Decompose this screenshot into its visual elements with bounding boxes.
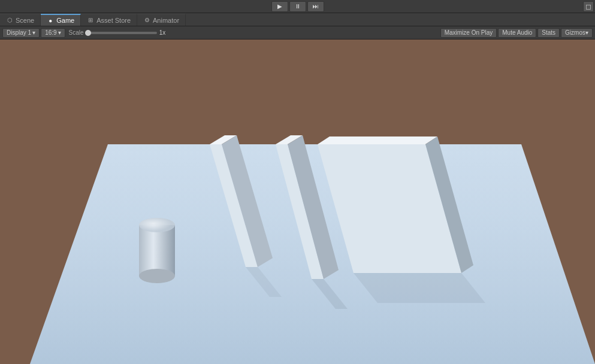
top-toolbar: ▶ ⏸ ⏭ ◻ xyxy=(0,0,595,13)
svg-rect-13 xyxy=(139,225,175,276)
gizmos-button[interactable]: Gizmos ▾ xyxy=(561,28,593,38)
game-tab-icon: ● xyxy=(47,17,54,24)
scale-slider-thumb xyxy=(85,30,91,36)
top-right-button[interactable]: ◻ xyxy=(583,1,594,12)
scale-value: 1x xyxy=(159,29,166,36)
asset-store-tab-label: Asset Store xyxy=(96,17,131,24)
tab-game[interactable]: ● Game xyxy=(41,14,81,26)
display-dropdown[interactable]: Display 1 ▾ xyxy=(2,28,40,38)
playback-controls: ▶ ⏸ ⏭ xyxy=(271,1,324,12)
tab-asset-store[interactable]: ⊞ Asset Store xyxy=(81,14,137,26)
svg-point-14 xyxy=(139,269,175,283)
aspect-label: 16:9 xyxy=(45,29,56,36)
scene-svg xyxy=(0,40,595,364)
mute-audio-button[interactable]: Mute Audio xyxy=(498,28,536,38)
animator-tab-label: Animator xyxy=(153,17,179,24)
gizmos-chevron-icon: ▾ xyxy=(585,29,588,36)
pause-button[interactable]: ⏸ xyxy=(289,1,306,12)
scene-tab-label: Scene xyxy=(16,17,34,24)
tab-bar: ⬡ Scene ● Game ⊞ Asset Store ⚙ Animator xyxy=(0,13,595,26)
step-icon: ⏭ xyxy=(313,3,319,10)
options-left: Display 1 ▾ 16:9 ▾ Scale 1x xyxy=(2,28,438,38)
tab-animator[interactable]: ⚙ Animator xyxy=(137,14,186,26)
scale-slider[interactable] xyxy=(85,32,157,34)
display-label: Display 1 xyxy=(7,29,31,36)
gizmos-label: Gizmos xyxy=(565,29,585,36)
maximize-on-play-button[interactable]: Maximize On Play xyxy=(440,28,497,38)
aspect-chevron-icon: ▾ xyxy=(58,29,61,36)
aspect-dropdown[interactable]: 16:9 ▾ xyxy=(41,28,65,38)
svg-marker-10 xyxy=(318,136,437,144)
options-bar: Display 1 ▾ 16:9 ▾ Scale 1x Maximize On … xyxy=(0,26,595,40)
step-button[interactable]: ⏭ xyxy=(307,1,324,12)
display-chevron-icon: ▾ xyxy=(32,29,35,36)
play-button[interactable]: ▶ xyxy=(271,1,288,12)
scale-label: Scale xyxy=(69,29,84,36)
scale-slider-wrap: 1x xyxy=(85,29,166,36)
maximize-on-play-label: Maximize On Play xyxy=(445,29,493,36)
options-right: Maximize On Play Mute Audio Stats Gizmos… xyxy=(440,28,593,38)
pause-icon: ⏸ xyxy=(295,3,301,10)
stats-button[interactable]: Stats xyxy=(537,28,560,38)
play-icon: ▶ xyxy=(277,3,282,10)
tab-scene[interactable]: ⬡ Scene xyxy=(0,14,41,26)
stats-label: Stats xyxy=(542,29,555,36)
corner-icon: ◻ xyxy=(585,2,591,11)
scene-tab-icon: ⬡ xyxy=(6,17,13,24)
asset-store-tab-icon: ⊞ xyxy=(87,17,94,24)
mute-audio-label: Mute Audio xyxy=(502,29,532,36)
game-tab-label: Game xyxy=(56,17,74,24)
animator-tab-icon: ⚙ xyxy=(143,17,150,24)
game-viewport xyxy=(0,40,595,364)
svg-point-15 xyxy=(139,218,175,232)
